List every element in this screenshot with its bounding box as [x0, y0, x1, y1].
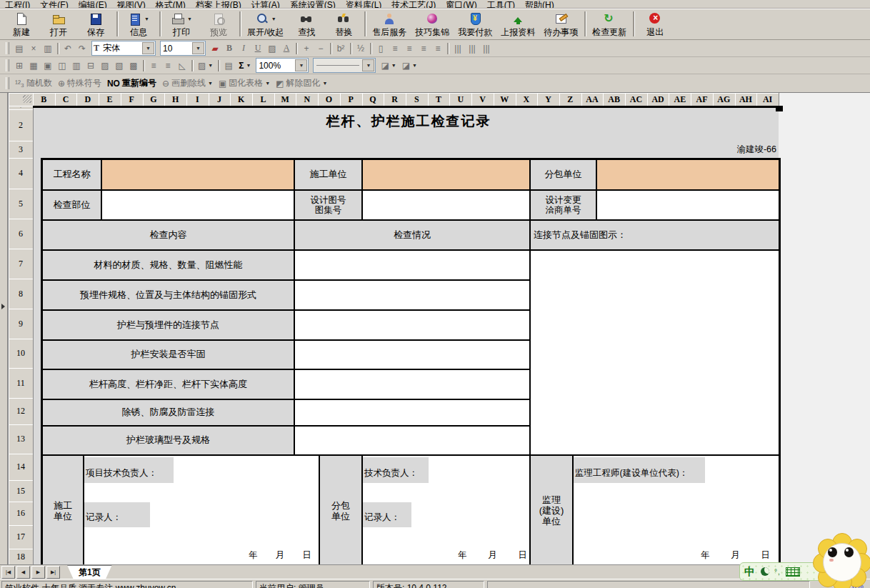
- design-change-input-cell[interactable]: [597, 191, 779, 221]
- combo-dropdown-icon[interactable]: ▼: [192, 42, 204, 54]
- sheet-tab-page1[interactable]: 第1页: [67, 565, 112, 579]
- insert-object-button[interactable]: ▤: [222, 59, 235, 72]
- col-header-W[interactable]: W: [494, 93, 516, 106]
- inspection-status-input-row7[interactable]: [295, 251, 531, 281]
- format-painter-button[interactable]: ▰: [209, 42, 221, 55]
- dropdown-arrow-icon[interactable]: ▼: [144, 16, 149, 21]
- dropdown-arrow-icon[interactable]: ▼: [271, 16, 276, 21]
- construction-unit-input-cell[interactable]: [363, 160, 531, 191]
- next-sheet-button[interactable]: ▶: [31, 566, 45, 579]
- border-color-button[interactable]: ◪▼: [379, 59, 398, 72]
- row-header-15[interactable]: 15: [9, 480, 34, 502]
- inspection-status-input-row12[interactable]: [295, 400, 531, 427]
- toolbar-grip[interactable]: [6, 59, 9, 71]
- menu-item-1[interactable]: 工程(I): [0, 0, 35, 9]
- toolbar-grip[interactable]: [6, 77, 9, 90]
- col-header-AF[interactable]: AF: [691, 93, 714, 106]
- merge-left-button[interactable]: ▥: [70, 59, 83, 72]
- split-cell-button[interactable]: ◫: [56, 59, 69, 72]
- col-header-Z[interactable]: Z: [559, 93, 582, 106]
- ime-mode-chinese[interactable]: 中: [744, 565, 755, 579]
- fraction-button[interactable]: ½: [354, 42, 367, 55]
- row-header-10[interactable]: 10: [9, 339, 34, 369]
- row-header-13[interactable]: 13: [9, 424, 34, 454]
- col-header-C[interactable]: C: [55, 93, 78, 106]
- toolbar-button-tips-swirl[interactable]: 技巧集锦: [411, 9, 454, 39]
- dropdown-arrow-icon[interactable]: ▼: [412, 63, 417, 68]
- menu-item-7[interactable]: 计算(A): [246, 0, 285, 9]
- toolbar-button-todo-note[interactable]: 待办事项: [539, 9, 582, 39]
- col-header-N[interactable]: N: [296, 93, 319, 106]
- pen-button[interactable]: ◺: [176, 59, 189, 72]
- prev-sheet-button[interactable]: ◀: [16, 566, 30, 579]
- row-header-6[interactable]: 6: [9, 219, 34, 249]
- col-header-O[interactable]: O: [318, 93, 341, 106]
- toolbar-button-expand-collapse[interactable]: ▼展开/收起: [243, 9, 288, 39]
- col-header-AE[interactable]: AE: [669, 93, 691, 106]
- shading-button[interactable]: ▨▼: [196, 59, 215, 72]
- insert-row-button[interactable]: ⊞: [13, 59, 26, 72]
- col-header-K[interactable]: K: [230, 93, 253, 106]
- row-header-9[interactable]: 9: [9, 309, 34, 339]
- col-header-R[interactable]: R: [384, 93, 406, 106]
- align-center-button[interactable]: ≡: [403, 42, 416, 55]
- redo-button[interactable]: ↷: [76, 42, 89, 55]
- fill-pattern-button[interactable]: ◪▼: [400, 59, 419, 72]
- col-header-Q[interactable]: Q: [362, 93, 385, 106]
- font-size-combobox[interactable]: 10▼: [160, 41, 206, 56]
- col-header-AG[interactable]: AG: [713, 93, 736, 106]
- menu-item-10[interactable]: 技术工艺(J): [386, 0, 441, 9]
- row-header-14[interactable]: 14: [9, 454, 34, 481]
- menu-item-3[interactable]: 编辑(E): [74, 0, 112, 9]
- italic-button[interactable]: I: [237, 42, 250, 55]
- combo-dropdown-icon[interactable]: ▼: [142, 42, 154, 54]
- ime-softkeyboard-icon[interactable]: [786, 567, 800, 577]
- toolbar-button-update-refresh[interactable]: 检查更新: [588, 9, 631, 39]
- copy-button[interactable]: ▤: [13, 42, 26, 55]
- row-header-2[interactable]: 2: [9, 109, 34, 141]
- page-layout-button[interactable]: ▯: [374, 42, 387, 55]
- line-spacing-inc-button[interactable]: ≡: [147, 59, 160, 72]
- freeze-table-button[interactable]: ▣固化表格▼: [216, 77, 272, 90]
- col-header-M[interactable]: M: [274, 93, 297, 106]
- col-header-S[interactable]: S: [406, 93, 429, 106]
- dropdown-arrow-icon[interactable]: ▼: [208, 81, 213, 86]
- select-all-corner-cell[interactable]: [9, 93, 34, 106]
- line-spacing-dec-button[interactable]: ≡: [161, 59, 174, 72]
- col-header-AA[interactable]: AA: [581, 93, 604, 106]
- dropdown-arrow-icon[interactable]: ▼: [187, 16, 192, 21]
- col-header-L[interactable]: L: [252, 93, 275, 106]
- vertical-text-2-button[interactable]: |||: [466, 42, 479, 55]
- ime-fullhalf-moon-icon[interactable]: [761, 567, 769, 576]
- menu-item-12[interactable]: 工具(T): [482, 0, 520, 9]
- menu-item-5[interactable]: 格式(M): [151, 0, 191, 9]
- pattern-2-button[interactable]: ▧: [113, 59, 126, 72]
- toolbar-button-open-folder[interactable]: 打开: [40, 9, 77, 39]
- col-header-X[interactable]: X: [516, 93, 539, 106]
- pattern-1-button[interactable]: ▨: [99, 59, 111, 72]
- col-header-F[interactable]: F: [121, 93, 144, 106]
- project-name-input-cell[interactable]: [102, 160, 295, 191]
- toolbar-button-replace-binoculars[interactable]: 替换: [325, 9, 362, 39]
- col-header-D[interactable]: D: [76, 93, 99, 106]
- col-header-V[interactable]: V: [471, 93, 494, 106]
- menu-item-4[interactable]: 视图(V): [112, 0, 151, 9]
- bold-button[interactable]: B: [223, 42, 236, 55]
- col-header-AC[interactable]: AC: [625, 93, 648, 106]
- drawing-number-input-cell[interactable]: [363, 191, 531, 221]
- font-name-combobox[interactable]: T宋体▼: [91, 41, 156, 56]
- underline-button[interactable]: U: [251, 42, 264, 55]
- toolbar-button-find-binoculars[interactable]: 查找: [288, 9, 325, 39]
- inspection-status-input-row13[interactable]: [295, 427, 531, 456]
- menu-item-9[interactable]: 资料库(L): [341, 0, 387, 9]
- row-header-16[interactable]: 16: [9, 502, 34, 526]
- combo-dropdown-icon[interactable]: ▼: [295, 59, 307, 71]
- toolbar-grip[interactable]: [6, 42, 9, 54]
- col-header-T[interactable]: T: [428, 93, 451, 106]
- row-header-3[interactable]: 3: [9, 141, 34, 159]
- menu-item-13[interactable]: 帮助(H): [520, 0, 559, 9]
- row-header-17[interactable]: 17: [9, 525, 34, 549]
- ime-punctuation-icon[interactable]: °,: [774, 568, 781, 576]
- enlarge-font-button[interactable]: +: [300, 42, 313, 55]
- subcontract-unit-input-cell[interactable]: [597, 160, 779, 191]
